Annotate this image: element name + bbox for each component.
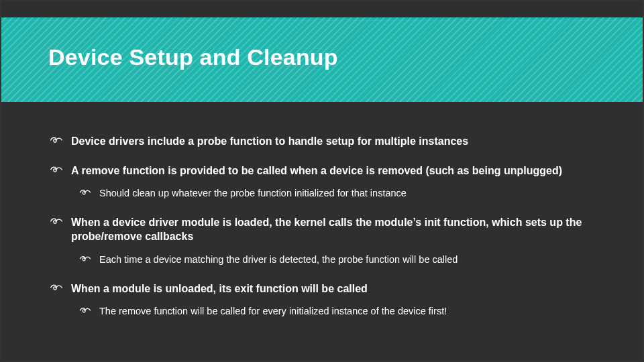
list-item: When a module is unloaded, its exit func…	[50, 282, 594, 318]
sub-bullet-text: Should clean up whatever the probe funct…	[99, 187, 407, 200]
header-band: Device Setup and Cleanup	[1, 1, 643, 102]
sub-bullet-text: Each time a device matching the driver i…	[99, 253, 458, 267]
header-top-stripe	[1, 1, 643, 17]
bullet-text: Device drivers include a probe function …	[71, 134, 468, 149]
list-item: Each time a device matching the driver i…	[79, 253, 594, 267]
content-panel: Device drivers include a probe function …	[1, 102, 643, 361]
slide: Device Setup and Cleanup Device drivers …	[0, 0, 644, 362]
bullet-text: When a module is unloaded, its exit func…	[71, 282, 368, 296]
flourish-icon	[50, 135, 63, 145]
flourish-icon	[79, 188, 91, 196]
flourish-icon	[50, 217, 63, 226]
list-item: The remove function will be called for e…	[79, 305, 594, 318]
list-item: Device drivers include a probe function …	[50, 134, 594, 149]
list-item: A remove function is provided to be call…	[50, 164, 594, 200]
sub-bullet-list: The remove function will be called for e…	[50, 305, 594, 318]
slide-title: Device Setup and Cleanup	[48, 44, 338, 70]
list-item: When a device driver module is loaded, t…	[50, 215, 594, 267]
bullet-list: Device drivers include a probe function …	[50, 134, 594, 318]
sub-bullet-text: The remove function will be called for e…	[99, 305, 447, 318]
flourish-icon	[79, 255, 91, 263]
bullet-text: When a device driver module is loaded, t…	[71, 215, 594, 244]
flourish-icon	[50, 165, 63, 174]
sub-bullet-list: Each time a device matching the driver i…	[50, 253, 594, 267]
bullet-text: A remove function is provided to be call…	[71, 164, 562, 178]
sub-bullet-list: Should clean up whatever the probe funct…	[50, 187, 594, 200]
flourish-icon	[50, 283, 63, 292]
list-item: Should clean up whatever the probe funct…	[79, 187, 594, 200]
flourish-icon	[79, 306, 91, 314]
